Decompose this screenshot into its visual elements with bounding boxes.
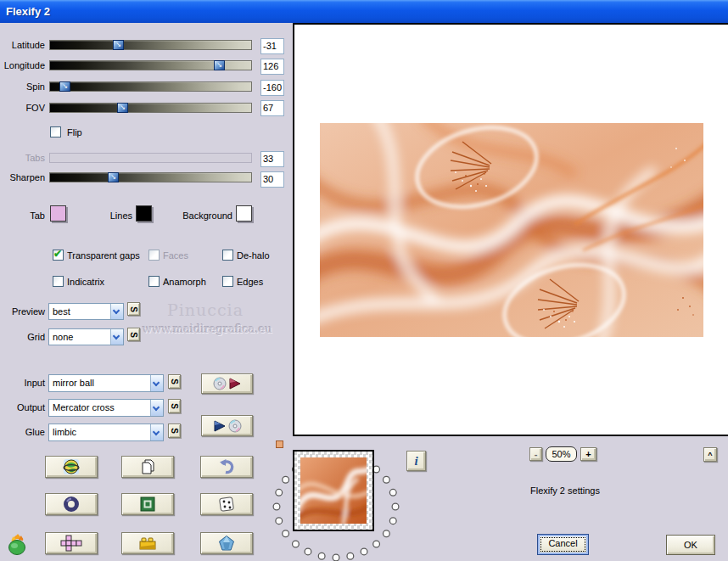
longitude-slider[interactable]: ↘: [49, 60, 252, 70]
background-swatch-label: Background: [166, 210, 232, 222]
collapse-caret-button[interactable]: ^: [703, 447, 717, 462]
zoom-out-button[interactable]: -: [529, 447, 542, 461]
transparent-gaps-label: Transparent gaps: [67, 250, 140, 261]
cube-net-button[interactable]: [45, 532, 98, 554]
load-settings-button[interactable]: [201, 373, 253, 394]
transparent-gaps-checkbox[interactable]: ✔: [53, 250, 64, 261]
caret-up-icon: ^: [708, 451, 712, 459]
preview-random-button[interactable]: S: [127, 302, 140, 316]
longitude-label: Longitude: [0, 60, 45, 71]
blue-gem-icon: [218, 535, 235, 552]
spin-slider-handle[interactable]: ↘: [59, 81, 70, 92]
copy-button[interactable]: [121, 456, 174, 478]
tabs-label: Tabs: [0, 153, 45, 164]
longitude-value-field[interactable]: 126: [260, 59, 284, 75]
settings-thumbnail[interactable]: [293, 450, 374, 531]
background-color-swatch[interactable]: [236, 205, 252, 222]
dehalo-checkbox[interactable]: [222, 250, 233, 261]
sharpen-slider-handle[interactable]: ↘: [108, 172, 119, 182]
longitude-slider-handle[interactable]: ↘: [214, 60, 225, 70]
plus-icon: +: [585, 449, 591, 459]
spin-slider[interactable]: ↘: [49, 81, 252, 92]
output-dropdown[interactable]: Mercator cross: [48, 399, 164, 417]
fov-value-field[interactable]: 67: [260, 100, 284, 116]
flip-label: Flip: [67, 127, 82, 138]
fov-slider[interactable]: ↘: [49, 103, 252, 113]
status-text: Flexify 2 settings: [530, 485, 600, 496]
tab-swatch-label: Tab: [0, 210, 45, 222]
tab-color-swatch[interactable]: [50, 205, 66, 222]
ok-button[interactable]: OK: [666, 535, 715, 555]
minus-icon: -: [535, 449, 538, 459]
sharpen-value-field[interactable]: 30: [260, 171, 284, 188]
output-dropdown-label: Output: [0, 402, 45, 413]
latitude-slider-handle[interactable]: ↘: [113, 40, 124, 50]
green-chip-icon: [139, 496, 156, 513]
input-dropdown[interactable]: mirror ball: [48, 374, 164, 392]
planet-icon: [63, 458, 80, 475]
undo-button[interactable]: [200, 456, 253, 478]
save-settings-button[interactable]: [201, 415, 253, 436]
info-i-icon: i: [414, 454, 417, 468]
sharpen-slider[interactable]: ↘: [49, 172, 252, 182]
chevron-down-icon[interactable]: [150, 400, 163, 416]
cancel-button[interactable]: Cancel: [537, 534, 589, 555]
preview-dropdown[interactable]: best: [48, 303, 124, 320]
torus-ring-icon: [63, 496, 80, 513]
undo-arrow-icon: [218, 458, 235, 475]
chevron-down-icon[interactable]: [150, 424, 163, 440]
sharpen-label: Sharpen: [0, 172, 45, 183]
edges-label: Edges: [237, 277, 263, 288]
lines-color-swatch[interactable]: [136, 205, 152, 222]
titlebar[interactable]: Flexify 2: [0, 0, 728, 23]
watermark-name: Pinuccia: [167, 300, 244, 319]
flip-checkbox[interactable]: [50, 126, 61, 137]
fov-slider-handle[interactable]: ↘: [117, 103, 128, 113]
chevron-down-icon[interactable]: [110, 329, 123, 345]
glue-dropdown[interactable]: limbic: [48, 424, 164, 441]
random-dice-button[interactable]: [200, 493, 253, 515]
cube-net-cross-icon: [60, 535, 82, 552]
anamorph-checkbox[interactable]: [148, 276, 160, 287]
gem-button[interactable]: [200, 532, 253, 554]
grid-random-button[interactable]: S: [127, 328, 140, 341]
preview-image[interactable]: [320, 123, 703, 337]
window-title: Flexify 2: [0, 5, 50, 18]
input-random-button[interactable]: S: [168, 374, 181, 389]
glue-random-button[interactable]: S: [168, 424, 181, 438]
tabs-value-field[interactable]: 33: [260, 151, 284, 167]
info-button[interactable]: i: [406, 451, 426, 471]
faces-checkbox: [148, 250, 160, 261]
torus-button[interactable]: [45, 493, 98, 515]
tabs-slider: [49, 153, 252, 163]
chevron-down-icon[interactable]: [150, 375, 163, 391]
spin-label: Spin: [0, 81, 45, 93]
latitude-slider[interactable]: ↘: [49, 40, 252, 50]
latitude-value-field[interactable]: -31: [260, 38, 284, 54]
preview-dropdown-label: Preview: [0, 306, 45, 317]
preview-panel[interactable]: [293, 23, 728, 436]
glue-dropdown-label: Glue: [0, 427, 45, 438]
blue-arrow-cd-icon: [213, 419, 242, 433]
cd-red-arrow-icon: [213, 377, 242, 390]
brick-button[interactable]: [121, 532, 174, 554]
lego-brick-icon: [138, 535, 157, 552]
spin-value-field[interactable]: -160: [260, 80, 284, 96]
zoom-level: 50%: [546, 446, 577, 462]
indicatrix-checkbox[interactable]: [53, 276, 64, 287]
output-random-button[interactable]: S: [168, 399, 181, 413]
zoom-in-button[interactable]: +: [580, 447, 596, 461]
indicatrix-label: Indicatrix: [67, 277, 104, 288]
latitude-label: Latitude: [0, 40, 45, 51]
watermark-url: www.maidiregrafica.eu: [143, 323, 272, 335]
dice-icon: [218, 496, 235, 513]
grid-dropdown[interactable]: none: [48, 328, 124, 345]
anamorph-label: Anamorph: [163, 277, 206, 288]
planet-button[interactable]: [45, 456, 98, 478]
check-icon: ✔: [53, 248, 62, 260]
chevron-down-icon[interactable]: [110, 304, 123, 319]
chip-button[interactable]: [121, 493, 174, 515]
lines-swatch-label: Lines: [90, 210, 132, 222]
edges-checkbox[interactable]: [222, 276, 233, 287]
grid-dropdown-label: Grid: [0, 332, 45, 343]
